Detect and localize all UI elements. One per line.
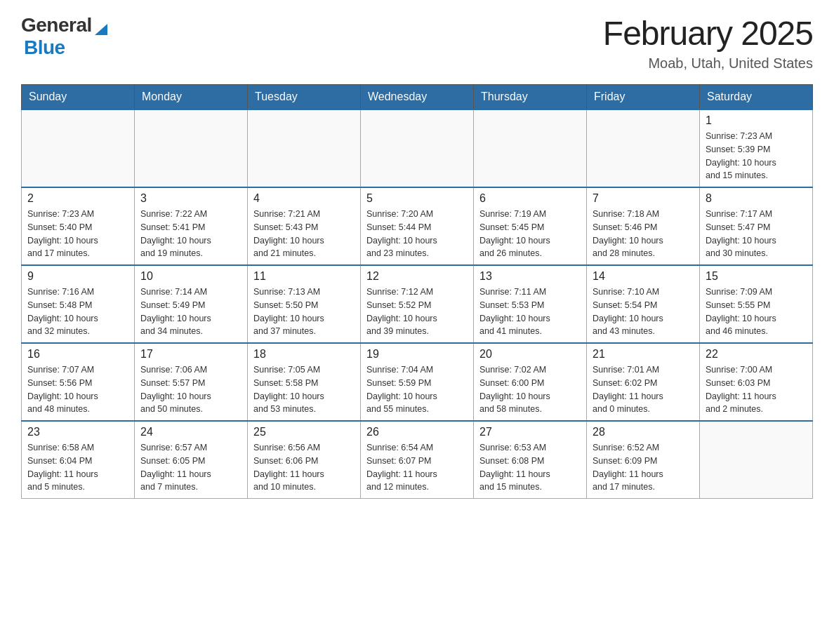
calendar-cell: 7Sunrise: 7:18 AMSunset: 5:46 PMDaylight…	[587, 187, 700, 265]
day-info: Sunrise: 6:57 AMSunset: 6:05 PMDaylight:…	[140, 441, 241, 494]
page-title: February 2025	[603, 14, 813, 53]
weekday-header-wednesday: Wednesday	[361, 85, 474, 110]
day-number: 1	[706, 114, 807, 127]
day-info: Sunrise: 7:07 AMSunset: 5:56 PMDaylight:…	[27, 363, 128, 416]
day-number: 27	[479, 426, 581, 438]
calendar-cell: 18Sunrise: 7:05 AMSunset: 5:58 PMDayligh…	[248, 343, 361, 421]
calendar-cell: 11Sunrise: 7:13 AMSunset: 5:50 PMDayligh…	[248, 265, 361, 343]
calendar-cell: 6Sunrise: 7:19 AMSunset: 5:45 PMDaylight…	[474, 187, 587, 265]
weekday-header-monday: Monday	[135, 85, 248, 110]
weekday-header-sunday: Sunday	[22, 85, 135, 110]
weekday-header-thursday: Thursday	[474, 85, 587, 110]
day-number: 6	[479, 192, 581, 205]
calendar-cell	[361, 109, 474, 187]
calendar-cell: 26Sunrise: 6:54 AMSunset: 6:07 PMDayligh…	[361, 421, 474, 499]
calendar-cell: 13Sunrise: 7:11 AMSunset: 5:53 PMDayligh…	[474, 265, 587, 343]
day-number: 14	[593, 270, 694, 283]
day-number: 15	[706, 270, 807, 283]
calendar-cell: 23Sunrise: 6:58 AMSunset: 6:04 PMDayligh…	[22, 421, 135, 499]
logo-blue-text: Blue	[24, 36, 65, 59]
logo-general-text: General	[21, 14, 92, 36]
day-info: Sunrise: 7:11 AMSunset: 5:53 PMDaylight:…	[479, 286, 581, 338]
day-number: 23	[27, 426, 128, 438]
calendar-cell: 19Sunrise: 7:04 AMSunset: 5:59 PMDayligh…	[361, 343, 474, 421]
day-number: 22	[706, 348, 807, 361]
day-number: 17	[140, 348, 241, 361]
day-number: 7	[593, 192, 694, 205]
calendar-cell: 12Sunrise: 7:12 AMSunset: 5:52 PMDayligh…	[361, 265, 474, 343]
calendar-cell	[587, 109, 700, 187]
calendar-cell	[22, 109, 135, 187]
week-row-5: 23Sunrise: 6:58 AMSunset: 6:04 PMDayligh…	[22, 421, 813, 499]
day-number: 3	[140, 192, 241, 205]
day-number: 5	[366, 192, 468, 205]
calendar-cell: 15Sunrise: 7:09 AMSunset: 5:55 PMDayligh…	[700, 265, 813, 343]
calendar-cell: 14Sunrise: 7:10 AMSunset: 5:54 PMDayligh…	[587, 265, 700, 343]
calendar-cell: 4Sunrise: 7:21 AMSunset: 5:43 PMDaylight…	[248, 187, 361, 265]
day-info: Sunrise: 7:09 AMSunset: 5:55 PMDaylight:…	[706, 286, 807, 338]
day-number: 28	[593, 426, 694, 438]
calendar-cell: 8Sunrise: 7:17 AMSunset: 5:47 PMDaylight…	[700, 187, 813, 265]
day-number: 26	[366, 426, 468, 438]
day-info: Sunrise: 7:06 AMSunset: 5:57 PMDaylight:…	[140, 363, 241, 416]
calendar-cell	[700, 421, 813, 499]
day-number: 9	[27, 270, 128, 283]
weekday-header-friday: Friday	[587, 85, 700, 110]
day-number: 24	[140, 426, 241, 438]
day-number: 2	[27, 192, 128, 205]
calendar-cell	[248, 109, 361, 187]
calendar-cell: 21Sunrise: 7:01 AMSunset: 6:02 PMDayligh…	[587, 343, 700, 421]
calendar-cell	[135, 109, 248, 187]
day-info: Sunrise: 7:19 AMSunset: 5:45 PMDaylight:…	[479, 208, 581, 260]
day-info: Sunrise: 6:52 AMSunset: 6:09 PMDaylight:…	[593, 441, 694, 494]
day-info: Sunrise: 7:20 AMSunset: 5:44 PMDaylight:…	[366, 208, 468, 260]
title-block: February 2025 Moab, Utah, United States	[603, 14, 813, 72]
calendar-cell: 28Sunrise: 6:52 AMSunset: 6:09 PMDayligh…	[587, 421, 700, 499]
calendar-cell: 25Sunrise: 6:56 AMSunset: 6:06 PMDayligh…	[248, 421, 361, 499]
day-number: 25	[253, 426, 355, 438]
page-subtitle: Moab, Utah, United States	[603, 55, 813, 72]
day-number: 13	[479, 270, 581, 283]
day-info: Sunrise: 6:56 AMSunset: 6:06 PMDaylight:…	[253, 441, 355, 494]
day-info: Sunrise: 7:12 AMSunset: 5:52 PMDaylight:…	[366, 286, 468, 338]
day-info: Sunrise: 7:01 AMSunset: 6:02 PMDaylight:…	[593, 363, 694, 416]
svg-marker-0	[95, 24, 107, 35]
day-number: 19	[366, 348, 468, 361]
day-info: Sunrise: 7:04 AMSunset: 5:59 PMDaylight:…	[366, 363, 468, 416]
day-number: 20	[479, 348, 581, 361]
logo: General Blue	[21, 14, 109, 59]
day-info: Sunrise: 7:17 AMSunset: 5:47 PMDaylight:…	[706, 208, 807, 260]
day-info: Sunrise: 7:00 AMSunset: 6:03 PMDaylight:…	[706, 363, 807, 416]
calendar-cell: 10Sunrise: 7:14 AMSunset: 5:49 PMDayligh…	[135, 265, 248, 343]
calendar-cell: 9Sunrise: 7:16 AMSunset: 5:48 PMDaylight…	[22, 265, 135, 343]
day-info: Sunrise: 7:23 AMSunset: 5:39 PMDaylight:…	[706, 130, 807, 182]
page-header: General Blue February 2025 Moab, Utah, U…	[21, 14, 813, 72]
day-info: Sunrise: 6:54 AMSunset: 6:07 PMDaylight:…	[366, 441, 468, 494]
weekday-header-row: SundayMondayTuesdayWednesdayThursdayFrid…	[22, 85, 813, 110]
calendar-cell: 22Sunrise: 7:00 AMSunset: 6:03 PMDayligh…	[700, 343, 813, 421]
day-info: Sunrise: 6:58 AMSunset: 6:04 PMDaylight:…	[27, 441, 128, 494]
logo-triangle-icon	[93, 21, 109, 36]
calendar-cell: 17Sunrise: 7:06 AMSunset: 5:57 PMDayligh…	[135, 343, 248, 421]
calendar-cell: 3Sunrise: 7:22 AMSunset: 5:41 PMDaylight…	[135, 187, 248, 265]
week-row-1: 1Sunrise: 7:23 AMSunset: 5:39 PMDaylight…	[22, 109, 813, 187]
day-info: Sunrise: 7:02 AMSunset: 6:00 PMDaylight:…	[479, 363, 581, 416]
day-info: Sunrise: 7:22 AMSunset: 5:41 PMDaylight:…	[140, 208, 241, 260]
day-number: 21	[593, 348, 694, 361]
day-info: Sunrise: 7:16 AMSunset: 5:48 PMDaylight:…	[27, 286, 128, 338]
calendar-cell: 2Sunrise: 7:23 AMSunset: 5:40 PMDaylight…	[22, 187, 135, 265]
day-info: Sunrise: 7:23 AMSunset: 5:40 PMDaylight:…	[27, 208, 128, 260]
day-number: 18	[253, 348, 355, 361]
calendar-cell	[474, 109, 587, 187]
day-number: 11	[253, 270, 355, 283]
day-number: 4	[253, 192, 355, 205]
calendar-cell: 5Sunrise: 7:20 AMSunset: 5:44 PMDaylight…	[361, 187, 474, 265]
weekday-header-tuesday: Tuesday	[248, 85, 361, 110]
day-info: Sunrise: 7:21 AMSunset: 5:43 PMDaylight:…	[253, 208, 355, 260]
day-info: Sunrise: 7:05 AMSunset: 5:58 PMDaylight:…	[253, 363, 355, 416]
week-row-2: 2Sunrise: 7:23 AMSunset: 5:40 PMDaylight…	[22, 187, 813, 265]
calendar-cell: 20Sunrise: 7:02 AMSunset: 6:00 PMDayligh…	[474, 343, 587, 421]
day-info: Sunrise: 7:18 AMSunset: 5:46 PMDaylight:…	[593, 208, 694, 260]
calendar-cell: 16Sunrise: 7:07 AMSunset: 5:56 PMDayligh…	[22, 343, 135, 421]
day-info: Sunrise: 7:13 AMSunset: 5:50 PMDaylight:…	[253, 286, 355, 338]
